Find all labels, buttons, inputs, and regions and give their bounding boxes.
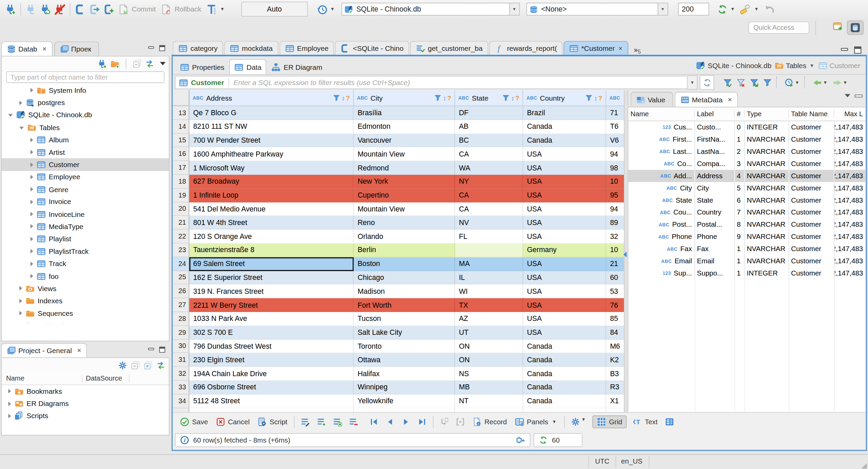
tree-item-mediatype[interactable]: MediaType xyxy=(2,220,169,233)
minimize-icon[interactable] xyxy=(840,45,849,55)
table-row[interactable]: 22120 S Orange AveOrlandoFLUSA32 xyxy=(173,230,624,243)
maximize-icon[interactable] xyxy=(158,346,166,353)
connection-select[interactable]: SQLite - Chinook.db ▼ xyxy=(341,3,520,16)
expand-arrow-icon[interactable] xyxy=(19,311,22,315)
grid-cell[interactable]: Canada xyxy=(523,367,606,381)
tree-item-system-info[interactable]: iSystem Info xyxy=(2,84,169,97)
filter-help-icon[interactable]: ? xyxy=(346,95,350,101)
row-number[interactable]: 27 xyxy=(173,298,189,312)
row-number[interactable]: 24 xyxy=(173,257,189,271)
transaction-auto-select[interactable]: Auto xyxy=(241,2,308,17)
grid-cell[interactable]: Fort Worth xyxy=(354,298,455,312)
grid-cell[interactable]: K2 xyxy=(606,353,624,367)
grid-cell[interactable]: 162 E Superior Street xyxy=(189,271,354,284)
row-number[interactable]: 14 xyxy=(173,120,189,134)
grid-cell[interactable]: 71 xyxy=(606,106,624,120)
metadata-row[interactable]: ABCFaxFax1NVARCHARCustomer2,147,483 xyxy=(628,243,866,255)
disconnect-icon[interactable] xyxy=(54,4,65,15)
tree-item-er-diagrams[interactable]: ER Diagrams xyxy=(2,397,169,410)
expand-arrow-icon[interactable] xyxy=(31,274,33,278)
grid-cell[interactable]: Tauentzienstraße 8 xyxy=(189,243,354,257)
editor-tab--sqlite-chino[interactable]: <SQLite - Chino xyxy=(335,41,409,55)
grid-cell[interactable]: FL xyxy=(455,230,523,243)
expand-arrow-icon[interactable] xyxy=(31,138,33,142)
move-to-icon[interactable] xyxy=(440,417,449,427)
row-number[interactable]: 15 xyxy=(173,134,189,147)
row-number[interactable]: 32 xyxy=(173,367,189,381)
grid-cell[interactable]: 1033 N Park Ave xyxy=(189,312,354,326)
auto-refresh-dropdown-icon[interactable]: ▼ xyxy=(730,7,735,12)
table-row[interactable]: 20541 Del Medio AvenueMountain ViewCAUSA… xyxy=(173,202,624,216)
duplicate-row-icon[interactable] xyxy=(333,417,342,427)
meta-column-type[interactable]: Type xyxy=(745,110,789,118)
tree-item-foo[interactable]: foo xyxy=(2,270,169,283)
tab-data[interactable]: Data xyxy=(229,59,266,74)
table-row[interactable]: 15700 W Pender StreetVancouverBCCanadaV6 xyxy=(173,134,624,147)
grid-cell[interactable]: ON xyxy=(455,353,523,367)
table-row[interactable]: 272211 W Berry StreetFort WorthTXUSA76 xyxy=(173,298,624,312)
sort-icon[interactable]: ↕ xyxy=(594,95,597,101)
grid-cell[interactable]: T6 xyxy=(606,120,624,134)
grid-cell[interactable]: Edmonton xyxy=(354,120,455,134)
schema-dropdown-icon[interactable]: ▼ xyxy=(657,3,667,15)
editor-tab-mockdata[interactable]: mockdata xyxy=(224,41,278,55)
resize-grip-icon[interactable] xyxy=(861,463,867,469)
table-row[interactable]: 23Tauentzienstraße 8BerlinGermany10 xyxy=(173,243,624,257)
minimize-icon[interactable] xyxy=(147,44,155,52)
filter-help-icon[interactable]: ? xyxy=(598,95,602,101)
tree-item-album[interactable]: Album xyxy=(2,134,169,146)
grid-cell[interactable]: 95 xyxy=(606,188,624,202)
metadata-row[interactable]: 123Sup...Suppo...1INTEGERCustomer2,147,4… xyxy=(628,267,866,280)
table-row[interactable]: 18627 BroadwayNew YorkNYUSA10 xyxy=(173,175,624,188)
select-row-icon[interactable] xyxy=(456,417,465,427)
next-row-icon[interactable] xyxy=(401,417,411,427)
grid-cell[interactable]: 10 xyxy=(606,243,624,257)
tree-item-tables[interactable]: Tables xyxy=(2,121,169,134)
filter-icon[interactable] xyxy=(585,94,593,102)
grid-cell[interactable]: IL xyxy=(455,271,523,284)
auto-refresh-timer-icon[interactable]: ▼ xyxy=(784,78,800,87)
breadcrumb-tables[interactable]: Tables▼ xyxy=(774,61,815,70)
fetch-previous-icon[interactable]: ▼ xyxy=(813,78,829,87)
custom-filter-icon[interactable] xyxy=(763,78,772,87)
row-number[interactable]: 21 xyxy=(173,216,189,229)
meta-column-table-name[interactable]: Table Name xyxy=(789,110,834,118)
tab-er-diagram[interactable]: ER Diagram xyxy=(267,59,327,74)
transaction-mode-icon[interactable] xyxy=(206,4,217,15)
tree-item-invoice[interactable]: Invoice xyxy=(2,196,169,208)
grid-cell[interactable]: Brasília xyxy=(354,106,455,120)
close-icon[interactable]: ✕ xyxy=(77,347,82,353)
row-number[interactable]: 28 xyxy=(173,312,189,326)
panel-splitter[interactable] xyxy=(624,90,628,412)
grid-cell[interactable]: MA xyxy=(455,257,523,271)
sort-icon[interactable]: ↕ xyxy=(511,95,514,101)
metadata-row[interactable]: ABCFirst...FirstNa...1NVARCHARCustomer2,… xyxy=(628,133,866,145)
grid-cell[interactable]: CA xyxy=(455,188,523,202)
tree-item-sqlite-chinook-db[interactable]: SQLite - Chinook.db xyxy=(2,109,169,121)
grid-cell[interactable]: 98 xyxy=(606,161,624,175)
breadcrumb-customer[interactable]: Customer xyxy=(818,61,860,70)
tree-item-bookmarks[interactable]: ★Bookmarks xyxy=(2,385,169,397)
grid-cell[interactable]: USA xyxy=(523,175,606,188)
collapse-panel-icon[interactable] xyxy=(623,252,627,257)
row-number[interactable]: 19 xyxy=(173,188,189,202)
grid-cell[interactable]: CA xyxy=(455,147,523,161)
minimize-icon[interactable] xyxy=(855,94,863,97)
expand-arrow-icon[interactable] xyxy=(31,237,33,241)
grid-cell[interactable]: Brazil xyxy=(523,106,606,120)
grid-cell[interactable]: 32 xyxy=(606,230,624,243)
grid-cell[interactable]: USA xyxy=(523,147,606,161)
expand-arrow-icon[interactable] xyxy=(31,224,33,229)
grid-cell[interactable]: NY xyxy=(455,175,523,188)
grid-cell[interactable]: AB xyxy=(455,120,523,134)
record-button[interactable]: iRecord xyxy=(472,417,507,427)
grid-cell[interactable]: CA xyxy=(455,202,523,216)
grid-cell[interactable]: 84 xyxy=(606,326,624,339)
sort-icon[interactable]: ↕ xyxy=(342,95,345,101)
grid-cell[interactable]: 89 xyxy=(606,216,624,229)
grid-cell[interactable]: Cupertino xyxy=(354,188,455,202)
row-limit-input[interactable]: 200 xyxy=(678,3,709,16)
view-menu-icon[interactable] xyxy=(845,94,850,98)
text-view-toggle[interactable]: TText xyxy=(633,417,658,427)
grid-cell[interactable]: Berlin xyxy=(354,243,455,257)
